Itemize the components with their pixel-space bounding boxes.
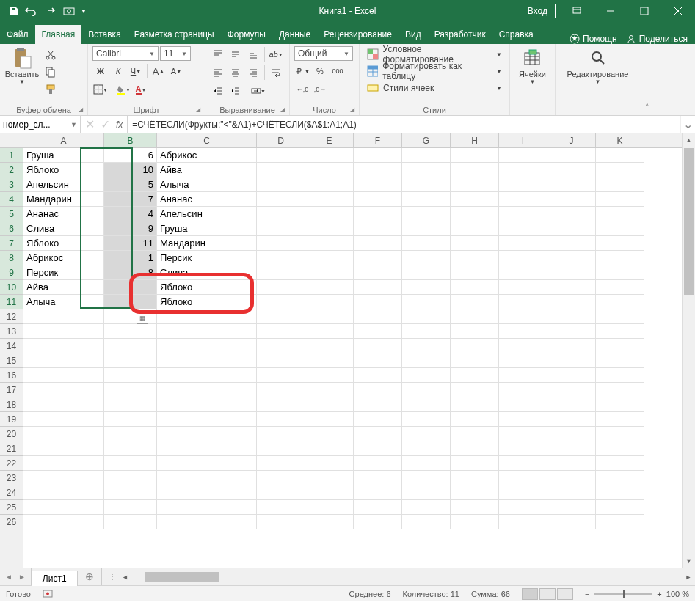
cell[interactable] <box>596 192 644 207</box>
cell[interactable] <box>402 177 451 192</box>
cell[interactable] <box>596 515 644 529</box>
cell[interactable] <box>257 163 305 177</box>
cell[interactable] <box>104 412 157 427</box>
macro-record-icon[interactable] <box>43 588 53 600</box>
cell[interactable] <box>499 383 547 397</box>
cell[interactable]: Апельсин <box>23 177 104 192</box>
cell[interactable] <box>104 397 157 412</box>
cell[interactable] <box>596 251 644 265</box>
cell[interactable] <box>451 309 499 324</box>
cell[interactable] <box>305 339 354 353</box>
cell[interactable] <box>499 397 547 412</box>
cell[interactable] <box>596 339 644 353</box>
cell[interactable] <box>451 236 499 251</box>
cell[interactable] <box>499 207 547 221</box>
cell[interactable] <box>354 221 402 236</box>
font-color-button[interactable]: А▼ <box>133 81 149 98</box>
cell[interactable]: Яблоко <box>157 280 257 295</box>
cell[interactable] <box>547 324 596 339</box>
cell[interactable] <box>596 163 644 177</box>
cell[interactable] <box>305 500 354 515</box>
format-painter-button[interactable] <box>43 81 59 98</box>
cell[interactable] <box>596 236 644 251</box>
cell[interactable] <box>596 412 644 427</box>
font-size-combo[interactable]: 11▼ <box>160 46 191 61</box>
row-header[interactable]: 25 <box>0 500 23 515</box>
dialog-launcher-icon[interactable]: ◢ <box>79 106 83 113</box>
cell[interactable] <box>305 192 354 207</box>
redo-icon[interactable] <box>44 6 57 16</box>
percent-button[interactable]: % <box>312 63 328 79</box>
cell[interactable] <box>257 353 305 368</box>
cell[interactable]: 9 <box>104 221 157 236</box>
cell[interactable] <box>305 471 354 485</box>
column-header[interactable]: K <box>596 133 644 147</box>
cell[interactable] <box>305 177 354 192</box>
cell[interactable] <box>305 397 354 412</box>
increase-indent-button[interactable] <box>228 83 244 99</box>
cell[interactable]: 6 <box>104 148 157 163</box>
cell[interactable] <box>596 309 644 324</box>
cell[interactable] <box>547 236 596 251</box>
row-header[interactable]: 14 <box>0 339 23 353</box>
login-button[interactable]: Вход <box>520 4 556 18</box>
cell[interactable] <box>23 412 104 427</box>
cell[interactable] <box>451 339 499 353</box>
cell[interactable] <box>157 397 257 412</box>
cell[interactable] <box>23 309 104 324</box>
row-header[interactable]: 11 <box>0 295 23 309</box>
cell[interactable] <box>402 456 451 471</box>
scroll-up-icon[interactable]: ▲ <box>683 133 695 147</box>
cell[interactable] <box>257 236 305 251</box>
dialog-launcher-icon[interactable]: ◢ <box>350 106 354 113</box>
cell[interactable] <box>257 456 305 471</box>
cell[interactable] <box>402 309 451 324</box>
bold-button[interactable]: Ж <box>92 63 109 79</box>
cell[interactable] <box>451 207 499 221</box>
cell[interactable] <box>157 353 257 368</box>
cell[interactable]: Персик <box>157 251 257 265</box>
cell[interactable] <box>402 221 451 236</box>
cell[interactable] <box>499 221 547 236</box>
expand-formula-bar-icon[interactable]: ⌄ <box>680 116 695 133</box>
dialog-launcher-icon[interactable]: ◢ <box>196 106 200 113</box>
cell[interactable] <box>402 265 451 280</box>
cell[interactable] <box>547 163 596 177</box>
sheet-tab[interactable]: Лист1 <box>32 571 78 586</box>
fill-color-button[interactable]: ▼ <box>115 81 131 98</box>
cell[interactable] <box>23 500 104 515</box>
cell[interactable] <box>499 353 547 368</box>
cell[interactable] <box>451 295 499 309</box>
row-header[interactable]: 12 <box>0 309 23 324</box>
cell[interactable] <box>354 383 402 397</box>
format-as-table-button[interactable]: Форматировать как таблицу▼ <box>364 63 505 79</box>
column-header[interactable]: E <box>305 133 354 147</box>
cell[interactable] <box>499 485 547 500</box>
cell[interactable] <box>402 163 451 177</box>
cell[interactable] <box>354 412 402 427</box>
cell[interactable] <box>257 412 305 427</box>
row-headers[interactable]: 1234567891011121314151617181920212223242… <box>0 148 23 568</box>
cut-button[interactable] <box>43 46 59 62</box>
column-header[interactable]: A <box>23 133 104 147</box>
scrollbar-thumb[interactable] <box>684 148 694 295</box>
row-header[interactable]: 10 <box>0 280 23 295</box>
cell[interactable] <box>104 280 157 295</box>
cell[interactable] <box>402 441 451 456</box>
select-all-corner[interactable] <box>0 133 23 148</box>
cell[interactable] <box>596 427 644 441</box>
tab-insert[interactable]: Вставка <box>81 25 128 44</box>
cell[interactable] <box>305 236 354 251</box>
tab-layout[interactable]: Разметка страницы <box>128 25 221 44</box>
cell[interactable] <box>547 471 596 485</box>
cell[interactable] <box>499 309 547 324</box>
row-header[interactable]: 2 <box>0 163 23 177</box>
cell[interactable] <box>596 324 644 339</box>
cell[interactable] <box>451 515 499 529</box>
cell[interactable] <box>354 309 402 324</box>
cell[interactable]: 7 <box>104 192 157 207</box>
row-header[interactable]: 5 <box>0 207 23 221</box>
cell[interactable] <box>104 485 157 500</box>
cell[interactable] <box>547 500 596 515</box>
orientation-button[interactable]: ab▼ <box>268 46 284 62</box>
